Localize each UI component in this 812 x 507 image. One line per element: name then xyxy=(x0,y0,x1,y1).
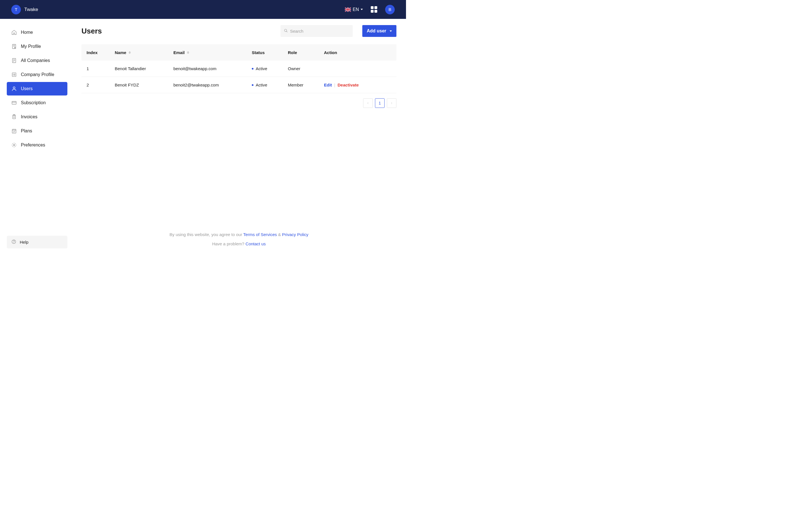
main-content: Users Add user Index Name xyxy=(74,19,406,253)
invoice-icon xyxy=(11,114,17,120)
sidebar-item-subscription[interactable]: Subscription xyxy=(7,96,67,110)
search-box[interactable] xyxy=(281,25,353,37)
sidebar-item-home[interactable]: Home xyxy=(7,25,67,39)
sidebar-item-label: Preferences xyxy=(21,143,45,148)
sidebar-item-company-profile[interactable]: Company Profile xyxy=(7,68,67,81)
page-next[interactable] xyxy=(387,98,396,108)
status-dot-icon xyxy=(252,84,253,86)
cell-email: benoit@twakeapp.com xyxy=(173,66,252,71)
contact-link[interactable]: Contact us xyxy=(246,241,266,246)
footer-prefix: By using this website, you agree to our xyxy=(169,232,243,237)
col-index[interactable]: Index xyxy=(87,50,115,55)
svg-line-31 xyxy=(286,31,287,32)
language-label: EN xyxy=(353,7,359,12)
user-avatar[interactable]: B xyxy=(385,5,395,14)
sidebar-item-users[interactable]: Users xyxy=(7,82,67,96)
add-user-label: Add user xyxy=(367,29,386,34)
calendar-check-icon xyxy=(11,128,17,134)
cell-index: 2 xyxy=(87,82,115,87)
col-email[interactable]: Email xyxy=(173,50,252,55)
app-avatar[interactable]: T xyxy=(11,5,21,14)
help-button[interactable]: Help xyxy=(7,236,67,248)
table-body: 1Benoit Tallandierbenoit@twakeapp.comAct… xyxy=(82,61,396,93)
pagination: 1 xyxy=(82,98,396,108)
header-left: T Twake xyxy=(11,5,38,14)
sidebar-item-my-profile[interactable]: My Profile xyxy=(7,40,67,53)
svg-point-29 xyxy=(14,242,14,243)
deactivate-link[interactable]: Deactivate xyxy=(338,82,359,87)
page-header: Users Add user xyxy=(82,25,396,37)
cell-role: Owner xyxy=(288,66,324,71)
col-action: Action xyxy=(324,50,391,55)
page-1[interactable]: 1 xyxy=(375,98,385,108)
flag-uk-icon xyxy=(345,7,351,12)
sidebar-item-preferences[interactable]: Preferences xyxy=(7,138,67,152)
list-icon xyxy=(11,72,17,77)
sidebar-item-all-companies[interactable]: All Companies xyxy=(7,54,67,67)
page-actions: Add user xyxy=(281,25,396,37)
user-icon xyxy=(11,86,17,92)
sidebar-item-label: All Companies xyxy=(21,58,50,63)
sidebar-item-invoices[interactable]: Invoices xyxy=(7,110,67,124)
cell-name: Benoit FYDZ xyxy=(115,82,173,87)
search-input[interactable] xyxy=(290,29,349,34)
sidebar-item-label: Company Profile xyxy=(21,72,54,77)
sidebar-item-label: Subscription xyxy=(21,100,46,105)
cell-status: Active xyxy=(252,82,288,87)
sidebar: Home My Profile All Companies Company Pr… xyxy=(0,19,74,253)
sidebar-item-plans[interactable]: Plans xyxy=(7,124,67,138)
sort-icon xyxy=(187,51,189,54)
cell-email: benoit2@twakeapp.com xyxy=(173,82,252,87)
col-role[interactable]: Role xyxy=(288,50,324,55)
svg-rect-23 xyxy=(12,129,16,133)
col-name[interactable]: Name xyxy=(115,50,173,55)
document-icon xyxy=(11,58,17,63)
page-prev[interactable] xyxy=(363,98,373,108)
sidebar-item-label: Invoices xyxy=(21,114,38,119)
terms-link[interactable]: Terms of Services xyxy=(243,232,277,237)
header: T Twake EN B xyxy=(0,0,406,19)
svg-point-30 xyxy=(284,29,287,31)
caret-down-icon xyxy=(390,31,392,32)
caret-down-icon xyxy=(361,9,363,10)
table-row: 1Benoit Tallandierbenoit@twakeapp.comAct… xyxy=(82,61,396,77)
svg-point-4 xyxy=(14,47,15,48)
cell-index: 1 xyxy=(87,66,115,71)
cell-role: Member xyxy=(288,82,324,87)
sidebar-item-label: My Profile xyxy=(21,44,41,49)
svg-point-27 xyxy=(13,145,15,146)
cell-action: Edit|Deactivate xyxy=(324,82,391,87)
page-title: Users xyxy=(82,27,102,36)
privacy-link[interactable]: Privacy Policy xyxy=(282,232,308,237)
language-selector[interactable]: EN xyxy=(345,7,363,12)
svg-rect-17 xyxy=(12,101,16,104)
home-icon xyxy=(11,30,17,35)
footer-problem-prefix: Have a problem? xyxy=(212,241,245,246)
table-row: 2Benoit FYDZbenoit2@twakeapp.comActiveMe… xyxy=(82,77,396,93)
sidebar-item-label: Users xyxy=(21,86,33,91)
add-user-button[interactable]: Add user xyxy=(362,25,396,37)
sidebar-item-label: Home xyxy=(21,30,33,35)
help-label: Help xyxy=(20,240,29,244)
card-icon xyxy=(11,100,17,106)
gear-icon xyxy=(11,142,17,148)
apps-grid-icon[interactable] xyxy=(371,6,377,13)
help-icon xyxy=(11,239,16,245)
table-header: Index Name Email Status Role Action xyxy=(82,44,396,61)
col-status[interactable]: Status xyxy=(252,50,288,55)
cell-status: Active xyxy=(252,66,288,71)
search-icon xyxy=(284,29,288,34)
app-name: Twake xyxy=(24,7,38,12)
cell-name: Benoit Tallandier xyxy=(115,66,173,71)
users-table: Index Name Email Status Role Action 1Ben… xyxy=(82,44,396,93)
sidebar-item-label: Plans xyxy=(21,128,32,133)
footer-amp: & xyxy=(277,232,282,237)
header-right: EN B xyxy=(345,5,395,14)
status-dot-icon xyxy=(252,68,253,69)
sort-icon xyxy=(129,51,131,54)
footer: By using this website, you agree to our … xyxy=(82,230,396,248)
svg-point-16 xyxy=(13,87,15,89)
action-divider: | xyxy=(334,82,335,87)
edit-link[interactable]: Edit xyxy=(324,82,332,87)
profile-doc-icon xyxy=(11,44,17,49)
